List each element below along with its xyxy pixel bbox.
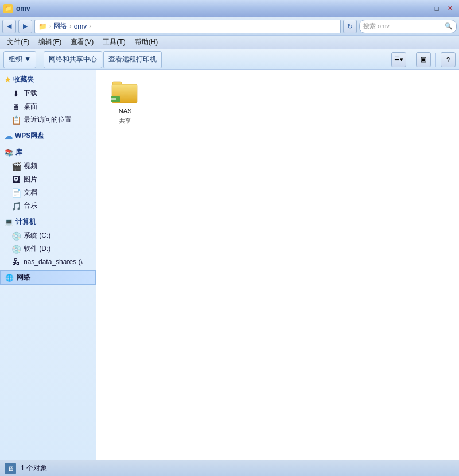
toolbar-right: ☰▾ ▣ ? xyxy=(391,52,456,67)
favorites-label: 收藏夹 xyxy=(13,75,34,84)
video-label: 视频 xyxy=(24,161,37,171)
toolbar-separator-2 xyxy=(411,53,411,67)
sidebar-header-network[interactable]: 🌐 网络 xyxy=(0,270,96,285)
desktop-icon: 🖥 xyxy=(11,102,21,111)
back-button[interactable]: ◀ xyxy=(2,20,16,33)
svg-rect-4 xyxy=(111,99,114,100)
toolbar-separator-1 xyxy=(40,53,40,67)
softd-icon: 💿 xyxy=(11,245,21,254)
nas-folder-subtitle: 共享 xyxy=(119,117,131,125)
star-icon: ★ xyxy=(5,76,11,84)
nas-folder-name: NAS xyxy=(119,107,132,115)
systemc-label: 系统 (C:) xyxy=(24,231,50,241)
network-share-button[interactable]: 网络和共享中心 xyxy=(44,51,102,68)
minimize-button[interactable]: ─ xyxy=(418,3,429,14)
search-icon: 🔍 xyxy=(445,22,453,30)
computer-icon: 💻 xyxy=(5,218,13,226)
menu-tools[interactable]: 工具(T) xyxy=(98,36,130,48)
breadcrumb-network[interactable]: 网络 xyxy=(53,21,67,31)
sidebar-item-systemc[interactable]: 💿 系统 (C:) xyxy=(0,229,96,242)
sidebar-section-wps: ☁ WPS网盘 xyxy=(0,129,96,143)
nas-folder-icon xyxy=(111,80,139,105)
recent-icon: 📋 xyxy=(11,115,21,125)
refresh-button[interactable]: ↻ xyxy=(343,20,357,33)
status-computer-icon: 🖥 xyxy=(5,463,16,474)
forward-button[interactable]: ▶ xyxy=(18,20,32,33)
menu-view[interactable]: 查看(V) xyxy=(66,36,98,48)
sidebar-item-recent[interactable]: 📋 最近访问的位置 xyxy=(0,113,96,126)
network-icon: 🌐 xyxy=(5,274,14,282)
wps-label: WPS网盘 xyxy=(15,131,44,141)
address-bar: ◀ ▶ 📁 › 网络 › omv › ↻ 搜索 omv 🔍 xyxy=(0,17,459,36)
downloads-icon: ⬇ xyxy=(11,89,21,98)
menu-edit[interactable]: 编辑(E) xyxy=(34,36,66,48)
sidebar-header-computer[interactable]: 💻 计算机 xyxy=(0,215,96,229)
maximize-button[interactable]: □ xyxy=(431,3,442,14)
sidebar-item-document[interactable]: 📄 文档 xyxy=(0,186,96,199)
desktop-label: 桌面 xyxy=(24,102,37,111)
breadcrumb-omv[interactable]: omv xyxy=(74,22,87,30)
breadcrumb-arrow: › xyxy=(89,23,91,29)
menu-bar: 文件(F) 编辑(E) 查看(V) 工具(T) 帮助(H) xyxy=(0,36,459,49)
systemc-icon: 💿 xyxy=(11,231,21,241)
status-text: 1 个对象 xyxy=(21,463,47,473)
picture-label: 图片 xyxy=(24,175,37,184)
sidebar-item-downloads[interactable]: ⬇ 下载 xyxy=(0,87,96,100)
library-label: 库 xyxy=(15,148,22,157)
breadcrumb-bar[interactable]: 📁 › 网络 › omv › xyxy=(34,20,341,33)
close-button[interactable]: ✕ xyxy=(444,3,456,14)
sidebar-section-computer: 💻 计算机 💿 系统 (C:) 💿 软件 (D:) 🖧 nas_data_sha… xyxy=(0,215,96,268)
picture-icon: 🖼 xyxy=(11,175,21,184)
nas-data-icon: 🖧 xyxy=(11,257,21,266)
search-placeholder: 搜索 omv xyxy=(363,22,390,30)
network-share-label: 网络和共享中心 xyxy=(49,55,97,64)
recent-label: 最近访问的位置 xyxy=(24,115,72,125)
sidebar-item-nas-data[interactable]: 🖧 nas_data_shares (\ xyxy=(0,256,96,268)
svg-rect-5 xyxy=(114,98,116,99)
toolbar-separator-3 xyxy=(435,53,436,67)
title-bar-left: 📁 omv xyxy=(3,4,30,13)
sidebar-item-video[interactable]: 🎬 视频 xyxy=(0,160,96,173)
sidebar-item-picture[interactable]: 🖼 图片 xyxy=(0,173,96,186)
sidebar-header-wps[interactable]: ☁ WPS网盘 xyxy=(0,129,96,143)
content-area: NAS 共享 xyxy=(96,70,459,460)
file-item-nas[interactable]: NAS 共享 xyxy=(102,76,148,130)
sidebar-section-network: 🌐 网络 xyxy=(0,270,96,285)
sidebar-header-favorites[interactable]: ★ 收藏夹 xyxy=(0,72,96,87)
title-bar: 📁 omv ─ □ ✕ xyxy=(0,0,459,17)
view-mode-button[interactable]: ☰▾ xyxy=(391,52,406,67)
sidebar-item-music[interactable]: 🎵 音乐 xyxy=(0,199,96,212)
video-icon: 🎬 xyxy=(11,162,21,171)
help-button[interactable]: ? xyxy=(441,52,456,67)
search-bar[interactable]: 搜索 omv 🔍 xyxy=(359,20,457,33)
library-icon: 📚 xyxy=(5,149,13,157)
music-label: 音乐 xyxy=(24,201,37,211)
breadcrumb-separator-2: › xyxy=(69,23,71,29)
preview-pane-button[interactable]: ▣ xyxy=(416,52,431,67)
title-bar-controls: ─ □ ✕ xyxy=(418,3,456,14)
breadcrumb-icon: 📁 xyxy=(38,22,47,30)
status-bar: 🖥 1 个对象 xyxy=(0,460,459,476)
sidebar-section-favorites: ★ 收藏夹 ⬇ 下载 🖥 桌面 📋 最近访问的位置 xyxy=(0,72,96,126)
downloads-label: 下载 xyxy=(24,88,37,98)
document-label: 文档 xyxy=(24,188,37,198)
window-icon: 📁 xyxy=(3,4,13,13)
organize-label: 组织 ▼ xyxy=(9,55,31,64)
cloud-icon: ☁ xyxy=(5,131,13,141)
softd-label: 软件 (D:) xyxy=(24,244,50,254)
music-icon: 🎵 xyxy=(11,202,21,211)
svg-rect-6 xyxy=(114,99,116,100)
toolbar: 组织 ▼ 网络和共享中心 查看远程打印机 ☰▾ ▣ ? xyxy=(0,49,459,70)
menu-file[interactable]: 文件(F) xyxy=(2,36,34,48)
sidebar-header-library[interactable]: 📚 库 xyxy=(0,145,96,160)
organize-button[interactable]: 组织 ▼ xyxy=(3,51,36,68)
menu-help[interactable]: 帮助(H) xyxy=(130,36,163,48)
document-icon: 📄 xyxy=(11,188,21,198)
window-title: omv xyxy=(16,5,30,13)
network-label: 网络 xyxy=(17,273,30,282)
sidebar-section-library: 📚 库 🎬 视频 🖼 图片 📄 文档 🎵 音乐 xyxy=(0,145,96,212)
sidebar-item-desktop[interactable]: 🖥 桌面 xyxy=(0,100,96,113)
svg-rect-3 xyxy=(111,98,114,99)
sidebar-item-softd[interactable]: 💿 软件 (D:) xyxy=(0,242,96,256)
remote-printer-button[interactable]: 查看远程打印机 xyxy=(103,51,162,68)
